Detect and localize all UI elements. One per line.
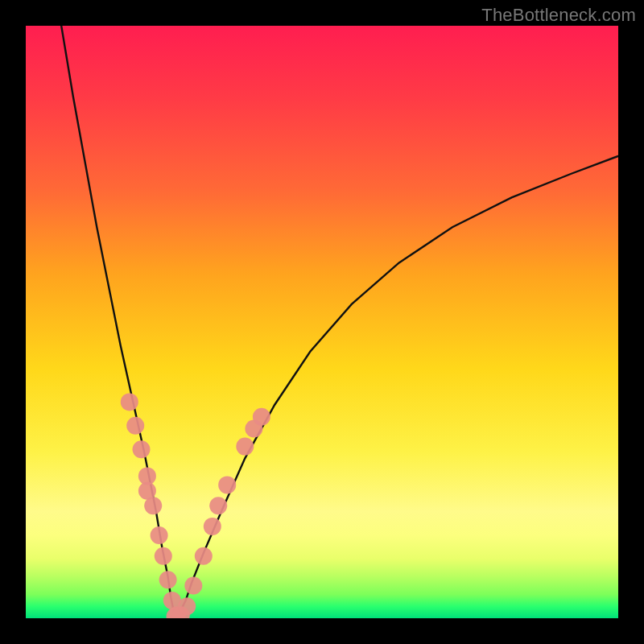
marker-dot [159, 571, 177, 588]
marker-dot [236, 438, 254, 456]
marker-dots [121, 393, 270, 618]
marker-dot [126, 417, 144, 435]
bottleneck-curve [61, 26, 618, 618]
marker-dot [178, 597, 196, 615]
marker-dot [218, 476, 236, 493]
marker-dot [155, 547, 172, 565]
marker-dot [121, 393, 138, 411]
marker-dot [184, 577, 202, 595]
marker-dot [195, 547, 213, 565]
marker-dot [204, 518, 221, 535]
marker-dot [209, 497, 227, 514]
marker-dot [133, 440, 151, 458]
marker-dot [253, 408, 270, 426]
marker-dot [138, 482, 156, 500]
plot-area [26, 26, 618, 618]
chart-svg [26, 26, 618, 618]
watermark-text: TheBottleneck.com [481, 5, 636, 26]
frame: TheBottleneck.com [0, 0, 644, 644]
marker-dot [151, 526, 168, 544]
